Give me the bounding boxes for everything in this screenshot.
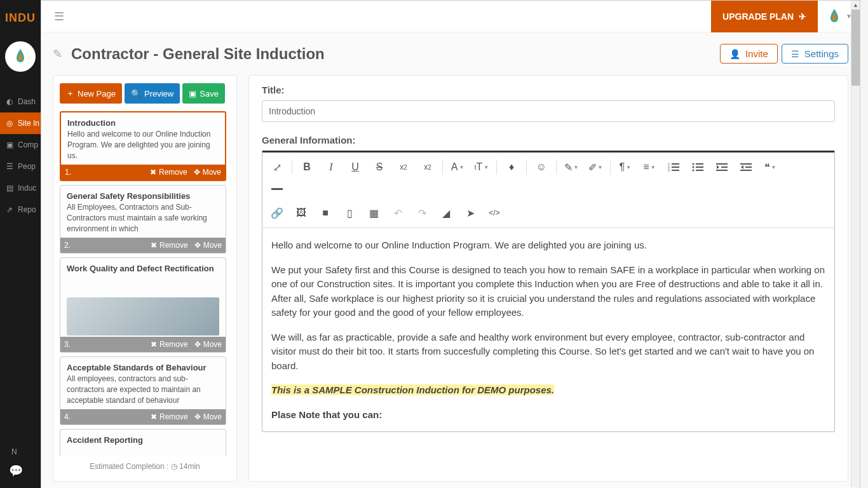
page-list[interactable]: IntroductionHello and welcome to our Onl…: [60, 111, 230, 456]
table-button[interactable]: ▦: [362, 202, 386, 224]
new-page-label: New Page: [78, 89, 116, 98]
underline-button[interactable]: U: [343, 156, 367, 178]
hamburger-icon[interactable]: ☰: [54, 10, 64, 24]
ordered-list-button[interactable]: 123: [661, 156, 686, 178]
nav-icon: ⇗: [5, 205, 14, 214]
move-page-button[interactable]: ✥ Move: [194, 168, 221, 177]
file-button[interactable]: ▯: [337, 202, 362, 224]
pages-panel: ＋New Page 🔍Preview ▣Save IntroductionHel…: [53, 75, 237, 482]
content-paragraph: Hello and welcome to our Online Inductio…: [271, 238, 825, 253]
clear-format-button[interactable]: ✐▼: [583, 156, 607, 178]
save-label: Save: [200, 89, 219, 98]
svg-marker-19: [741, 165, 743, 169]
eraser-button[interactable]: ◢: [434, 202, 458, 224]
estimated-completion: Estimated Completion : ◷ 14min: [60, 456, 230, 473]
remove-page-button[interactable]: ✖ Remove: [151, 340, 188, 349]
svg-point-7: [693, 166, 695, 168]
search-icon: 🔍: [131, 89, 141, 98]
preview-button[interactable]: 🔍Preview: [125, 83, 180, 104]
indent-button[interactable]: [734, 156, 758, 178]
page-number: 4.: [64, 412, 71, 421]
plus-icon: ＋: [66, 88, 74, 99]
remove-page-button[interactable]: ✖ Remove: [151, 412, 188, 421]
move-icon: ✥: [194, 412, 201, 421]
upgrade-plan-button[interactable]: UPGRADE PLAN ✈: [711, 1, 818, 32]
move-page-button[interactable]: ✥ Move: [194, 241, 222, 250]
font-size-button[interactable]: tT▼: [470, 156, 494, 178]
video-button[interactable]: ■: [313, 202, 337, 224]
strike-button[interactable]: S: [367, 156, 391, 178]
nav-footer-letter: N: [11, 447, 17, 456]
general-info-label: General Information:: [262, 135, 835, 146]
page-card-body: IntroductionHello and welcome to our Onl…: [61, 112, 225, 165]
page-number: 1.: [65, 168, 71, 177]
page-card[interactable]: Accident Reporting5.✖ Remove✥ Move: [60, 429, 226, 456]
nav-item[interactable]: ☰Peop: [0, 156, 41, 177]
settings-button[interactable]: ☰ Settings: [782, 44, 848, 64]
emoji-button[interactable]: ☺: [529, 156, 553, 178]
redo-button[interactable]: ↷: [410, 202, 434, 224]
quote-button[interactable]: ❝▼: [758, 156, 782, 178]
italic-button[interactable]: I: [319, 156, 343, 178]
align-button[interactable]: ≡▼: [637, 156, 661, 178]
text-color-button[interactable]: ♦: [499, 156, 524, 178]
link-button[interactable]: 🔗: [265, 202, 289, 224]
move-icon: ✥: [194, 168, 200, 177]
title-label: Title:: [262, 85, 835, 95]
remove-page-button[interactable]: ✖ Remove: [151, 241, 188, 250]
remove-page-button[interactable]: ✖ Remove: [150, 168, 187, 177]
flame-icon: [827, 8, 842, 25]
move-icon: ✥: [194, 340, 201, 349]
superscript-button[interactable]: x2: [416, 156, 440, 178]
scroll-up-arrow[interactable]: ▲: [851, 1, 860, 10]
chat-icon[interactable]: 💬: [9, 464, 23, 478]
invite-button[interactable]: 👤 Invite: [720, 44, 778, 64]
move-page-button[interactable]: ✥ Move: [194, 340, 222, 349]
nav-item[interactable]: ◐Dash: [0, 91, 41, 112]
company-avatar[interactable]: [5, 41, 36, 72]
cursor-button[interactable]: ➤: [458, 202, 482, 224]
editor-content[interactable]: Hello and welcome to our Online Inductio…: [262, 228, 834, 431]
nav-item[interactable]: ⇗Repo: [0, 199, 41, 220]
fullscreen-icon[interactable]: ⤢: [265, 156, 289, 178]
page-card[interactable]: General Safety ResponsibilitiesAll Emplo…: [60, 185, 226, 254]
image-button[interactable]: 🖼: [289, 202, 313, 224]
code-view-button[interactable]: </>: [482, 202, 506, 224]
scroll-thumb[interactable]: [851, 10, 860, 86]
page-card-footer: 3.✖ Remove✥ Move: [60, 337, 226, 352]
page-card[interactable]: Acceptable Standards of BehaviourAll emp…: [60, 356, 226, 425]
svg-text:3: 3: [668, 168, 670, 172]
window-scrollbar[interactable]: ▲: [851, 1, 860, 487]
font-family-button[interactable]: A▼: [445, 156, 470, 178]
hr-button[interactable]: [265, 178, 289, 200]
svg-point-6: [693, 163, 695, 165]
title-input[interactable]: [262, 100, 835, 122]
preview-label: Preview: [144, 89, 173, 98]
nav-item[interactable]: ◎Site In: [0, 112, 41, 134]
move-page-button[interactable]: ✥ Move: [194, 412, 222, 421]
nav-item[interactable]: ▣Comp: [0, 134, 41, 156]
edit-icon[interactable]: ✎: [53, 47, 62, 61]
page-number: 2.: [64, 241, 71, 250]
editor-panel: Title: General Information: ⤢ B I U S x2…: [248, 75, 848, 482]
paragraph-button[interactable]: ¶▼: [613, 156, 637, 178]
save-button[interactable]: ▣Save: [182, 83, 225, 104]
nav-icon: ▤: [5, 184, 14, 193]
outdent-button[interactable]: [710, 156, 734, 178]
page-card[interactable]: IntroductionHello and welcome to our Onl…: [60, 111, 226, 181]
move-icon: ✥: [194, 241, 201, 250]
page-card-title: Accident Reporting: [67, 435, 143, 445]
close-icon: ✖: [150, 168, 156, 177]
nav-item[interactable]: ▤Induc: [0, 177, 41, 199]
highlight-button[interactable]: ✎▼: [559, 156, 583, 178]
page-card[interactable]: Work Quality and Defect Rectification3.✖…: [60, 257, 226, 353]
new-page-button[interactable]: ＋New Page: [60, 83, 122, 104]
top-header: ☰ UPGRADE PLAN ✈ ▼: [41, 1, 860, 32]
unordered-list-button[interactable]: [686, 156, 710, 178]
save-icon: ▣: [189, 89, 196, 98]
undo-button[interactable]: ↶: [386, 202, 410, 224]
account-dropdown[interactable]: ▼: [827, 8, 852, 25]
page-card-title: General Safety Responsibilities: [67, 191, 190, 201]
bold-button[interactable]: B: [295, 156, 319, 178]
subscript-button[interactable]: x2: [391, 156, 416, 178]
